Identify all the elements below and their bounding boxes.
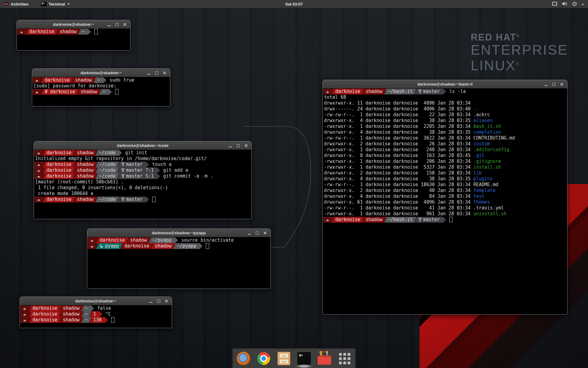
ls-entry-dir: .git: [473, 153, 484, 158]
ls-entry-dir: custom: [473, 141, 490, 147]
terminal-cursor: [111, 317, 115, 323]
title-bar[interactable]: darknoise@shadow:~: [32, 69, 170, 77]
prompt-segment-red2: shadow: [77, 89, 101, 95]
power-icon[interactable]: [572, 1, 577, 7]
prompt-segment-red2: shadow: [56, 29, 80, 35]
terminal-line: darknoiseshadow~sudo true: [32, 77, 170, 83]
redhat-icon: [23, 318, 27, 322]
terminal-line: darknoiseshadow~: [17, 29, 130, 35]
dock-item-files[interactable]: [277, 351, 291, 366]
prompt-segment-red1: darknoise: [43, 162, 75, 167]
ls-entry-file: .ackrc: [473, 112, 490, 117]
dock-item-firefox[interactable]: [236, 351, 251, 366]
app-grid-icon: [339, 353, 350, 364]
terminal-line: darknoiseshadow~/codemastertouch a: [34, 162, 251, 167]
title-bar[interactable]: darknoise@shadow:~: [17, 20, 130, 29]
redhat-icon: [23, 312, 27, 316]
minimize-button[interactable]: [148, 299, 153, 304]
maximize-button[interactable]: [255, 231, 260, 236]
terminal-line: -rwxrwxr-x. 1 darknoise darknoise 2205 J…: [323, 124, 567, 129]
minimize-button[interactable]: [228, 143, 233, 148]
terminal-line: [master (root-commit) 50bcb63] .: [34, 179, 251, 185]
volume-icon[interactable]: [562, 1, 568, 7]
terminal-content[interactable]: darknoiseshadow~/bash-itmasterls -latota…: [323, 88, 567, 314]
app-menu-terminal[interactable]: $> Terminal: [38, 0, 73, 8]
ls-entry-exec: bash_it.sh: [473, 124, 501, 129]
close-button[interactable]: [560, 82, 564, 87]
close-button[interactable]: [263, 231, 268, 236]
prompt-segment-red1: darknoise: [26, 29, 58, 35]
ls-entry-file: .travis.yml: [473, 205, 504, 211]
maximize-button[interactable]: [156, 299, 161, 304]
title-bar[interactable]: darknoise@shadow:~: [20, 297, 172, 305]
dock-item-toolbox[interactable]: [317, 351, 331, 366]
window-title: darknoise@shadow:~/pyapp: [87, 231, 270, 235]
activities-button[interactable]: Activities: [0, 0, 32, 8]
dock-item-chrome[interactable]: [257, 351, 271, 366]
terminal-line: darknoiseshadow~/codemaster: [34, 197, 251, 202]
git-branch-icon: [418, 89, 422, 94]
maximize-button[interactable]: [236, 143, 241, 148]
terminal-line: drwxrwxr-x. 8 darknoise darknoise 163 Ja…: [323, 153, 567, 159]
brand-reg3: ®: [516, 62, 520, 66]
close-button[interactable]: [164, 299, 169, 304]
terminal-line: darknoiseshadow~130: [20, 317, 172, 323]
terminal-line: total 68: [323, 94, 567, 100]
close-button[interactable]: [244, 143, 249, 148]
ls-entry-file: README.md: [473, 182, 498, 187]
terminal-content[interactable]: darknoiseshadow~/pyappsource bin/activat…: [87, 237, 270, 289]
terminal-line: -rw-rw-r--. 1 darknoise darknoise 3622 J…: [323, 135, 567, 141]
title-bar[interactable]: darknoise@shadow:~/pyapp: [87, 229, 270, 237]
terminal-content[interactable]: darknoiseshadow~sudo true[sudo] password…: [32, 77, 170, 106]
maximize-button[interactable]: [552, 82, 556, 87]
minimize-button[interactable]: [544, 82, 548, 87]
prompt-segment-red1: darknoise: [43, 150, 75, 156]
terminal-line: create mode 100644 a: [34, 191, 251, 197]
redhat-icon: [37, 198, 41, 202]
prompt-segment-red1: darknoise: [43, 197, 75, 202]
prompt-segment-red1: darknoise: [29, 311, 61, 317]
dock-item-app-grid[interactable]: [337, 351, 352, 366]
maximize-button[interactable]: [154, 71, 159, 75]
command-text: git commit -a -m .: [163, 173, 213, 179]
redhat-branding: RED HAT® ENTERPRISE LINUX®: [471, 32, 568, 73]
terminal-content[interactable]: darknoiseshadow~: [17, 29, 130, 50]
window-title: darknoise@shadow:~/code: [34, 143, 251, 148]
command-text: git add a: [163, 167, 188, 173]
close-button[interactable]: [162, 71, 167, 75]
dock-item-terminal[interactable]: $>: [297, 351, 311, 366]
prompt-segment-red2: shadow: [73, 173, 97, 179]
dock: $>: [232, 348, 356, 368]
title-bar[interactable]: darknoise@shadow:~/bash-it: [323, 80, 567, 89]
redhat-icon: [326, 90, 330, 94]
prompt-segment-red1: darknoise: [29, 305, 61, 311]
clock[interactable]: Sat 03:57: [0, 2, 588, 6]
minimize-button[interactable]: [247, 231, 252, 236]
git-branch-icon: [121, 197, 125, 201]
terminal-cursor: [94, 29, 98, 34]
terminal-window-bash-it: darknoise@shadow:~/bash-it darknoiseshad…: [322, 80, 567, 315]
prompt-segment-red2: shadow: [126, 237, 150, 243]
prompt-segment-git: master S:1: [118, 173, 160, 179]
terminal-line: darknoiseshadow~false: [20, 305, 172, 311]
brand-line1: RED HAT: [471, 32, 516, 43]
display-icon[interactable]: [552, 1, 557, 7]
terminal-line: darknoiseshadow~/bash-itmaster: [323, 217, 567, 223]
chevron-down-icon[interactable]: [581, 2, 584, 6]
terminal-window-home-sudo: darknoise@shadow:~ darknoiseshadow~sudo …: [32, 68, 170, 106]
terminal-content[interactable]: darknoiseshadow~falsedarknoiseshadow~1^C…: [20, 305, 172, 328]
redhat-icon: [20, 30, 24, 34]
prompt-segment-red2: shadow: [71, 77, 95, 83]
close-button[interactable]: [123, 22, 127, 27]
prompt-segment-path: ~/code: [95, 162, 119, 167]
ls-entry-exec: uninstall.sh: [473, 211, 507, 217]
command-text: source bin/activate: [181, 237, 234, 243]
ls-entry-dir: plugins: [473, 176, 493, 182]
terminal-content[interactable]: darknoiseshadow~/codegit initInitialized…: [34, 150, 251, 219]
terminal-window-code: darknoise@shadow:~/code darknoiseshadow~…: [34, 141, 252, 219]
minimize-button[interactable]: [146, 71, 151, 75]
title-bar[interactable]: darknoise@shadow:~/code: [34, 141, 251, 150]
maximize-button[interactable]: [115, 22, 119, 27]
minimize-button[interactable]: [107, 22, 111, 27]
prompt-segment-exit: 1: [90, 311, 103, 317]
